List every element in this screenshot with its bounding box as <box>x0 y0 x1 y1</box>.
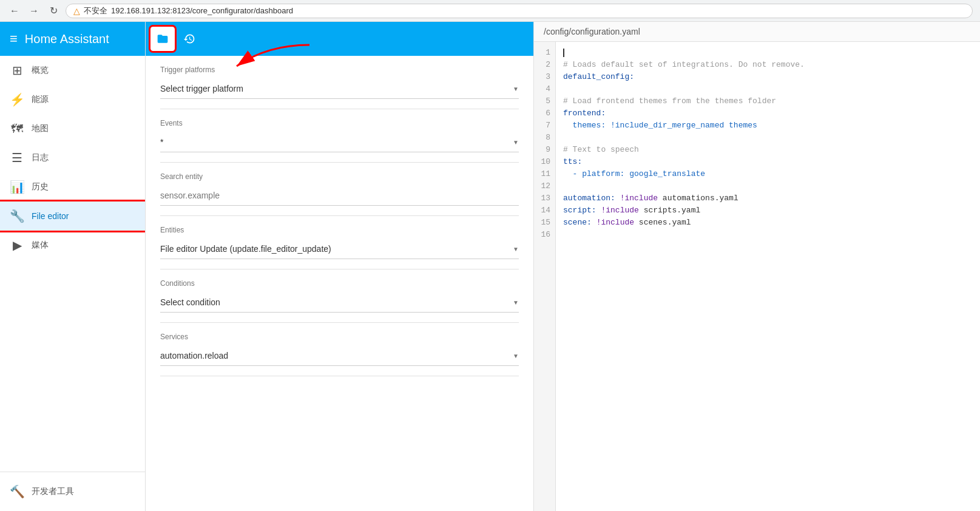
sidebar-label-file-editor: File editor <box>32 211 69 221</box>
energy-icon: ⚡ <box>10 92 24 107</box>
services-value: automation.reload <box>160 351 228 360</box>
line-num-1: 1 <box>534 47 555 59</box>
sidebar-nav: ⊞ 概览 ⚡ 能源 🗺 地图 ☰ 日志 📊 历史 🔧 File editor <box>0 56 145 472</box>
divider-6 <box>160 376 519 376</box>
trigger-platform-arrow: ▼ <box>513 86 519 92</box>
sidebar-label-overview: 概览 <box>32 65 49 76</box>
line-num-3: 3 <box>534 71 555 83</box>
line-numbers: 1 2 3 4 5 6 7 8 9 10 11 12 13 14 <box>534 42 556 511</box>
sidebar-item-media[interactable]: ▶ 媒体 <box>0 231 145 260</box>
line-num-2: 2 <box>534 59 555 71</box>
line-num-5: 5 <box>534 95 555 107</box>
history-clock-icon <box>183 33 195 45</box>
entities-arrow: ▼ <box>513 246 519 252</box>
overview-icon: ⊞ <box>10 63 24 78</box>
line-num-16: 16 <box>534 229 555 241</box>
services-section: Services automation.reload ▼ <box>146 323 533 376</box>
warning-text: 不安全 <box>84 5 107 16</box>
hamburger-icon[interactable]: ≡ <box>10 31 18 47</box>
sidebar-item-overview[interactable]: ⊞ 概览 <box>0 56 145 85</box>
line-num-6: 6 <box>534 107 555 120</box>
app-container: ≡ Home Assistant ⊞ 概览 ⚡ 能源 🗺 地图 ☰ 日志 📊 <box>0 22 980 511</box>
line-num-8: 8 <box>534 132 555 144</box>
conditions-select[interactable]: Select condition ▼ <box>160 293 519 313</box>
media-icon: ▶ <box>10 238 24 252</box>
services-label: Services <box>160 333 519 341</box>
line-num-7: 7 <box>534 120 555 132</box>
left-panel: Trigger platforms Select trigger platfor… <box>146 22 534 511</box>
cursor <box>563 49 564 57</box>
warning-icon: △ <box>73 6 80 16</box>
sidebar-label-log: 日志 <box>32 152 49 163</box>
services-arrow: ▼ <box>513 353 519 359</box>
events-section: Events * ▼ <box>146 109 533 162</box>
sidebar-label-energy: 能源 <box>32 94 49 105</box>
line-num-9: 9 <box>534 144 555 156</box>
line-num-13: 13 <box>534 192 555 205</box>
sidebar-label-media: 媒体 <box>32 240 49 251</box>
sidebar-title: Home Assistant <box>25 32 109 46</box>
url-text: 192.168.191.132:8123/core_configurator/d… <box>111 6 293 15</box>
line-num-11: 11 <box>534 168 555 180</box>
events-select[interactable]: * ▼ <box>160 132 519 152</box>
events-arrow: ▼ <box>513 139 519 146</box>
map-icon: 🗺 <box>10 122 24 136</box>
forward-button[interactable]: → <box>27 4 41 18</box>
trigger-platform-value: Select trigger platform <box>160 84 243 93</box>
search-entity-section: Search entity <box>146 163 533 215</box>
sidebar-footer: 🔨 开发者工具 <box>0 472 145 511</box>
entities-select[interactable]: File editor Update (update.file_editor_u… <box>160 239 519 259</box>
log-icon: ☰ <box>10 151 24 165</box>
entities-value: File editor Update (update.file_editor_u… <box>160 244 331 254</box>
events-label: Events <box>160 119 519 127</box>
sidebar-label-map: 地图 <box>32 123 49 134</box>
main-content: Trigger platforms Select trigger platfor… <box>146 22 980 511</box>
toolbar <box>146 22 533 56</box>
refresh-button[interactable]: ↻ <box>46 4 61 18</box>
line-num-15: 15 <box>534 217 555 229</box>
sidebar-label-history: 历史 <box>32 181 49 192</box>
devtools-icon: 🔨 <box>10 484 24 499</box>
editor-header: /config/configuration.yaml <box>534 22 980 42</box>
sidebar-item-map[interactable]: 🗺 地图 <box>0 114 145 143</box>
content-area: Trigger platforms Select trigger platfor… <box>146 22 980 511</box>
editor-file-path: /config/configuration.yaml <box>544 27 640 36</box>
sidebar-item-log[interactable]: ☰ 日志 <box>0 143 145 172</box>
conditions-value: Select condition <box>160 297 220 307</box>
back-button[interactable]: ← <box>7 4 22 18</box>
code-content[interactable]: # Loads default set of integrations. Do … <box>556 42 980 511</box>
trigger-platform-select[interactable]: Select trigger platform ▼ <box>160 79 519 99</box>
search-entity-label: Search entity <box>160 172 519 181</box>
sidebar-label-devtools: 开发者工具 <box>32 486 74 497</box>
sidebar-item-energy[interactable]: ⚡ 能源 <box>0 85 145 114</box>
line-num-14: 14 <box>534 205 555 217</box>
events-value: * <box>160 137 163 147</box>
entities-label: Entities <box>160 226 519 234</box>
right-panel: /config/configuration.yaml 1 2 3 4 5 6 7… <box>534 22 980 511</box>
conditions-arrow: ▼ <box>513 299 519 306</box>
editor-body[interactable]: 1 2 3 4 5 6 7 8 9 10 11 12 13 14 <box>534 42 980 511</box>
conditions-label: Conditions <box>160 279 519 288</box>
sidebar-item-file-editor[interactable]: 🔧 File editor <box>0 201 145 231</box>
browser-bar: ← → ↻ △ 不安全 192.168.191.132:8123/core_co… <box>0 0 980 22</box>
line-num-4: 4 <box>534 83 555 95</box>
trigger-platforms-label: Trigger platforms <box>160 66 519 74</box>
sidebar-item-devtools[interactable]: 🔨 开发者工具 <box>0 477 145 506</box>
history-button[interactable] <box>177 27 201 51</box>
services-select[interactable]: automation.reload ▼ <box>160 346 519 366</box>
conditions-section: Conditions Select condition ▼ <box>146 269 533 322</box>
trigger-platforms-section: Trigger platforms Select trigger platfor… <box>146 56 533 109</box>
search-entity-input[interactable] <box>160 186 519 206</box>
address-bar[interactable]: △ 不安全 192.168.191.132:8123/core_configur… <box>66 4 973 18</box>
file-button[interactable] <box>150 27 175 51</box>
folder-icon <box>157 33 169 45</box>
history-icon: 📊 <box>10 180 24 194</box>
file-editor-icon: 🔧 <box>10 209 24 223</box>
entities-section: Entities File editor Update (update.file… <box>146 216 533 269</box>
sidebar-header: ≡ Home Assistant <box>0 22 145 56</box>
line-num-10: 10 <box>534 156 555 168</box>
line-num-12: 12 <box>534 180 555 192</box>
sidebar-item-history[interactable]: 📊 历史 <box>0 172 145 201</box>
sidebar: ≡ Home Assistant ⊞ 概览 ⚡ 能源 🗺 地图 ☰ 日志 📊 <box>0 22 146 511</box>
